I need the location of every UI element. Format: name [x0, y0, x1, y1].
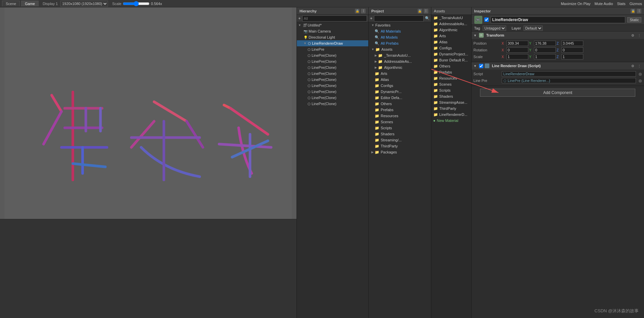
project-search[interactable]	[374, 15, 424, 21]
project-scenes[interactable]: 📁 Scenes	[369, 119, 431, 125]
position-x-input[interactable]	[506, 41, 528, 46]
project-file-others[interactable]: 📁 Others	[431, 63, 471, 69]
script-ref-value[interactable]: LineRendererDraw	[502, 71, 636, 77]
project-assets-root[interactable]: ▼ 📁 Assets	[369, 46, 431, 52]
hierarchy-lock-icon[interactable]: 🔒	[355, 9, 360, 13]
scale-z-input[interactable]	[561, 54, 583, 59]
hierarchy-item-linepre-clone-5[interactable]: ⬡ LinePre(Clone)	[297, 77, 368, 83]
project-resources[interactable]: 📁 Resources	[369, 113, 431, 119]
hierarchy-item-line-renderer-draw[interactable]: ▼ ⬡ LineRendererDraw	[297, 40, 368, 46]
script-menu-btn[interactable]: ⋮	[637, 64, 642, 68]
tag-select[interactable]: Untagged	[483, 26, 506, 31]
project-file-resources[interactable]: 📁 Resources	[431, 75, 471, 81]
project-shaders[interactable]: 📁 Shaders	[369, 131, 431, 137]
project-file-shaders[interactable]: 📁 Shaders	[431, 93, 471, 99]
script-ref-pick-btn[interactable]: ◎	[639, 72, 642, 76]
scale-y-input[interactable]	[534, 54, 556, 59]
project-lock-icon[interactable]: 🔒	[418, 9, 422, 13]
scene-tab[interactable]: Scene	[2, 1, 20, 6]
project-all-materials[interactable]: 🔍 All Materials	[369, 28, 431, 34]
project-editor-defa[interactable]: 📁 Editor Defa...	[369, 95, 431, 101]
project-file-algorithmic[interactable]: 📁 Algorithmic	[431, 27, 471, 33]
transform-header[interactable]: ▼ ⟳ Transform ⚙ ⋮	[472, 32, 644, 39]
project-file-prefabs[interactable]: 📁 Prefabs	[431, 69, 471, 75]
script-header[interactable]: ▼ Line Renderer Draw (Script) ⚙ ⋮	[472, 62, 644, 70]
position-z-input[interactable]	[561, 41, 583, 46]
project-prefabs[interactable]: 📁 Prefabs	[369, 107, 431, 113]
scale-slider[interactable]	[123, 1, 150, 6]
project-algorithmic[interactable]: ▶ 📁 Algorithmic	[369, 64, 431, 71]
hierarchy-item-linepre[interactable]: ⬡ LinePre	[297, 46, 368, 52]
project-scripts[interactable]: 📁 Scripts	[369, 125, 431, 131]
maximize-on-play-btn[interactable]: Maximize On Play	[561, 2, 591, 6]
gizmos-btn[interactable]: Gizmos	[630, 2, 642, 6]
project-all-models[interactable]: 🔍 All Models	[369, 34, 431, 40]
hierarchy-item-linepre-clone-6[interactable]: ⬡ LinePre(Clone)	[297, 83, 368, 89]
line-pre-value[interactable]: ⬡ LinePre (Line Renderer...)	[502, 78, 636, 83]
hierarchy-item-linepre-clone-4[interactable]: ⬡ LinePre(Clone)	[297, 71, 368, 77]
project-file-addressable[interactable]: 📁 AddressableAs...	[431, 21, 471, 27]
hierarchy-item-linepre-clone-9[interactable]: ⬡ LinePre(Clone)	[297, 101, 368, 107]
project-file-burer[interactable]: 📁 Burer Default R...	[431, 57, 471, 63]
project-menu-icon[interactable]: ⋮	[424, 9, 428, 13]
project-all-prefabs[interactable]: 🔍 All Prefabs	[369, 40, 431, 46]
inspector-menu-icon[interactable]: ⋮	[637, 9, 641, 13]
resolution-select[interactable]: 1920x1080 (1920x1080)	[60, 1, 108, 7]
project-file-new-material[interactable]: ● New Material	[431, 118, 471, 124]
hierarchy-item-linepre-clone-7[interactable]: ⬡ LinePre(Clone)	[297, 89, 368, 95]
project-third-party[interactable]: 📁 ThirdParty	[369, 143, 431, 149]
layer-select[interactable]: Default	[524, 26, 543, 31]
add-component-btn[interactable]: Add Component	[480, 89, 635, 97]
scale-x-input[interactable]	[506, 54, 528, 59]
project-addressable[interactable]: ▶ 📁 AddressableAs...	[369, 58, 431, 64]
project-file-streaming[interactable]: 📁 StreamingAsse...	[431, 99, 471, 105]
hierarchy-item-linepre-clone-2[interactable]: ⬡ LinePre(Clone)	[297, 58, 368, 64]
project-file-arts[interactable]: 📁 Arts	[431, 33, 471, 39]
project-search-icon[interactable]: 🔍	[425, 16, 430, 20]
rotation-z-input[interactable]	[561, 47, 583, 53]
project-configs[interactable]: 📁 Configs	[369, 83, 431, 89]
game-tab[interactable]: Game	[21, 1, 39, 6]
script-settings-btn[interactable]: ⚙	[630, 64, 635, 68]
mute-audio-btn[interactable]: Mute Audio	[595, 2, 613, 6]
hierarchy-item-linepre-clone-3[interactable]: ⬡ LinePre(Clone)	[297, 64, 368, 71]
project-file-terrain[interactable]: 📁 _TerrainAutoU	[431, 15, 471, 21]
line-pre-pick-btn[interactable]: ◎	[639, 79, 642, 83]
project-others[interactable]: 📁 Others	[369, 101, 431, 107]
project-streaming[interactable]: 📁 Streaming/...	[369, 137, 431, 143]
project-packages[interactable]: ▶ 📁 Packages	[369, 149, 431, 155]
project-dynamic[interactable]: 📁 DynamicPr...	[369, 89, 431, 95]
position-y-input[interactable]	[534, 41, 556, 46]
file-others-icon: 📁	[433, 64, 438, 69]
hierarchy-item-directional-light[interactable]: 💡 Directional Light	[297, 34, 368, 40]
hierarchy-item-main-camera[interactable]: 📷 Main Camera	[297, 28, 368, 34]
go-name-input[interactable]	[491, 16, 626, 23]
transform-menu-btn[interactable]: ⋮	[637, 34, 642, 37]
project-terrain[interactable]: ▶ 📁 _TerrainAutoU...	[369, 52, 431, 58]
script-active-checkbox[interactable]	[479, 64, 483, 68]
hierarchy-item-linepre-clone-1[interactable]: ⬡ LinePre(Clone)	[297, 52, 368, 58]
inspector-lock-icon[interactable]: 🔒	[631, 9, 635, 13]
project-atlas[interactable]: 📁 Atlas	[369, 77, 431, 83]
project-add-btn[interactable]: +	[370, 16, 373, 21]
go-active-checkbox[interactable]	[484, 17, 489, 22]
project-file-line-renderer-d[interactable]: 📁 LineRendererD...	[431, 111, 471, 118]
project-favorites[interactable]: ▼ Favorites	[369, 22, 431, 28]
hierarchy-search[interactable]	[302, 15, 367, 21]
hierarchy-item-untitled[interactable]: ▼ 🎬 Untitled*	[297, 22, 368, 28]
rotation-x-input[interactable]	[506, 47, 528, 53]
project-file-configs[interactable]: 📁 Configs	[431, 45, 471, 51]
rotation-y-input[interactable]	[534, 47, 556, 53]
project-file-scripts[interactable]: 📁 Scripts	[431, 87, 471, 93]
project-file-dynamic[interactable]: 📁 DynamicProject...	[431, 51, 471, 57]
go-static-btn[interactable]: Static	[627, 17, 641, 22]
project-file-third-party[interactable]: 📁 ThirdParty	[431, 105, 471, 111]
hierarchy-menu-icon[interactable]: ⋮	[361, 9, 366, 13]
project-file-atlas[interactable]: 📁 Atlas	[431, 39, 471, 45]
hierarchy-item-linepre-clone-8[interactable]: ⬡ LinePre(Clone)	[297, 95, 368, 101]
transform-settings-btn[interactable]: ⚙	[630, 34, 635, 37]
project-arts[interactable]: 📁 Arts	[369, 71, 431, 77]
project-file-scenes[interactable]: 📁 Scenes	[431, 81, 471, 87]
hierarchy-add-btn[interactable]: +	[298, 16, 301, 21]
stats-btn[interactable]: Stats	[617, 2, 626, 6]
